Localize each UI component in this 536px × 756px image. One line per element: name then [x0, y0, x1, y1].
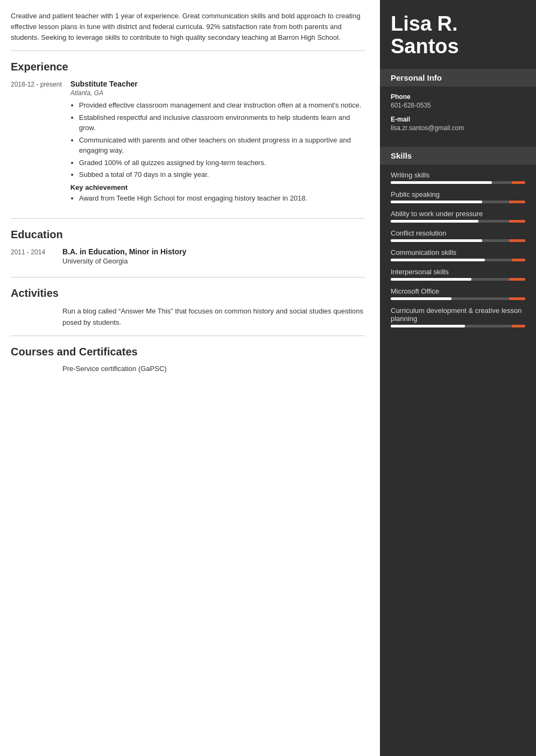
personal-info-title: Personal Info — [380, 69, 536, 87]
skill-bar-accent-0 — [512, 181, 525, 184]
education-section: Education 2011 - 2014 B.A. in Education,… — [11, 229, 365, 277]
key-achievement-label: Key achievement — [70, 183, 365, 191]
achievement-list: Award from Teetle High School for most e… — [79, 193, 365, 204]
skill-bar-3 — [391, 239, 525, 242]
bullet-4: Graded 100% of all quizzes assigned by l… — [79, 158, 365, 168]
skill-name-2: Ability to work under pressure — [391, 210, 525, 218]
skill-name-1: Public speaking — [391, 190, 525, 198]
skill-bar-fill-0 — [391, 181, 492, 184]
bullet-1: Provided effective classroom management … — [79, 100, 365, 111]
skills-section: Skills Writing skillsPublic speakingAbil… — [380, 147, 536, 343]
skill-bar-fill-3 — [391, 239, 482, 242]
skill-bar-accent-7 — [512, 325, 525, 327]
skill-bar-accent-1 — [509, 201, 525, 203]
bullet-5: Subbed a total of 70 days in a single ye… — [79, 169, 365, 180]
skills-content: Writing skillsPublic speakingAbility to … — [380, 171, 536, 343]
last-name: Santos — [391, 35, 525, 58]
skill-bar-accent-2 — [509, 220, 525, 223]
skill-name-7: Curriculum development & creative lesson… — [391, 306, 525, 323]
courses-title: Courses and Certificates — [11, 346, 365, 358]
activities-title: Activities — [11, 287, 365, 299]
personal-info-content: Phone 601-628-0535 E-mail lisa.zr.santos… — [380, 93, 536, 147]
right-column: Lisa R. Santos Personal Info Phone 601-6… — [380, 0, 536, 756]
skill-item-4: Communication skills — [391, 248, 525, 261]
skill-item-6: Microsoft Office — [391, 287, 525, 300]
skill-item-0: Writing skills — [391, 171, 525, 184]
skill-name-4: Communication skills — [391, 248, 525, 256]
skill-bar-6 — [391, 297, 525, 300]
school-name: University of Georgia — [62, 257, 365, 265]
first-name: Lisa R. — [391, 13, 525, 35]
education-title: Education — [11, 229, 365, 241]
skill-bar-7 — [391, 325, 525, 327]
skill-bar-accent-6 — [509, 297, 525, 300]
experience-title: Experience — [11, 61, 365, 73]
skill-bar-fill-7 — [391, 325, 465, 327]
left-column: Creative and patient teacher with 1 year… — [0, 0, 380, 756]
bullet-2: Established respectful and inclusive cla… — [79, 112, 365, 133]
activities-section: Activities Run a blog called “Answer Me … — [11, 287, 365, 336]
skill-item-5: Interpersonal skills — [391, 268, 525, 281]
skill-bar-1 — [391, 201, 525, 203]
degree-title: B.A. in Education, Minor in History — [62, 247, 365, 256]
name-block: Lisa R. Santos — [380, 0, 536, 69]
skill-bar-fill-6 — [391, 297, 452, 300]
education-content: B.A. in Education, Minor in History Univ… — [62, 247, 365, 265]
skill-bar-fill-1 — [391, 201, 482, 203]
bullet-3: Communicated with parents and other teac… — [79, 135, 365, 156]
skill-name-6: Microsoft Office — [391, 287, 525, 295]
education-entry: 2011 - 2014 B.A. in Education, Minor in … — [11, 247, 365, 265]
job-title: Substitute Teacher — [70, 80, 365, 88]
email-label: E-mail — [391, 116, 525, 123]
skill-bar-accent-3 — [509, 239, 525, 242]
skill-bar-4 — [391, 259, 525, 261]
skill-bar-fill-5 — [391, 278, 471, 281]
skill-name-3: Conflict resolution — [391, 229, 525, 237]
course-text: Pre-Service certification (GaPSC) — [62, 365, 365, 373]
skill-name-5: Interpersonal skills — [391, 268, 525, 276]
skill-item-3: Conflict resolution — [391, 229, 525, 242]
skills-title: Skills — [380, 147, 536, 165]
skill-bar-5 — [391, 278, 525, 281]
experience-section: Experience 2018-12 - present Substitute … — [11, 61, 365, 219]
skill-item-2: Ability to work under pressure — [391, 210, 525, 223]
experience-entry: 2018-12 - present Substitute Teacher Atl… — [11, 80, 365, 206]
skill-bar-0 — [391, 181, 525, 184]
activity-text: Run a blog called “Answer Me This” that … — [62, 306, 365, 327]
skill-item-1: Public speaking — [391, 190, 525, 203]
skill-bar-accent-4 — [512, 259, 525, 261]
job-location: Atlanta, GA — [70, 89, 365, 97]
skill-bar-fill-4 — [391, 259, 485, 261]
experience-content: Substitute Teacher Atlanta, GA Provided … — [70, 80, 365, 206]
email-value: lisa.zr.santos@gmail.com — [391, 124, 525, 132]
phone-label: Phone — [391, 93, 525, 101]
skill-item-7: Curriculum development & creative lesson… — [391, 306, 525, 327]
personal-info-section: Personal Info Phone 601-628-0535 E-mail … — [380, 69, 536, 147]
achievement-item: Award from Teetle High School for most e… — [79, 193, 365, 204]
skill-name-0: Writing skills — [391, 171, 525, 179]
education-date: 2011 - 2014 — [11, 247, 54, 265]
experience-date: 2018-12 - present — [11, 80, 62, 206]
skill-bar-fill-2 — [391, 220, 478, 223]
summary-text: Creative and patient teacher with 1 year… — [11, 11, 365, 51]
experience-bullets: Provided effective classroom management … — [79, 100, 365, 180]
courses-section: Courses and Certificates Pre-Service cer… — [11, 346, 365, 380]
skill-bar-accent-5 — [509, 278, 525, 281]
skill-bar-2 — [391, 220, 525, 223]
phone-value: 601-628-0535 — [391, 102, 525, 109]
